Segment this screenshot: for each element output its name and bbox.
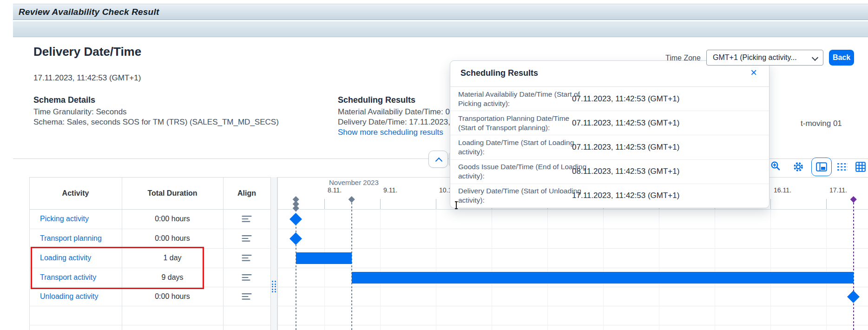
- dashed-rows-button[interactable]: [837, 163, 848, 171]
- zoom-in-icon: [770, 160, 781, 172]
- timeline-gridline: [547, 209, 548, 330]
- settings-button[interactable]: [792, 161, 804, 173]
- gantt-bar-loading-activity[interactable]: [296, 252, 352, 264]
- chart-row-separator: [277, 209, 868, 210]
- popup-row-label: Loading Date/Time (Start of Loadingactiv…: [458, 138, 588, 157]
- gantt-milestone-picking-activity[interactable]: [289, 213, 302, 225]
- collapse-panel-button[interactable]: [428, 151, 448, 168]
- align-icon: [242, 254, 252, 262]
- align-icon: [242, 215, 252, 223]
- table-column-border: [270, 177, 271, 330]
- timeline-gridline: [659, 209, 659, 330]
- timeline-day-label: 16.11.: [774, 186, 791, 194]
- column-header-activity: Activity: [29, 177, 122, 209]
- timeline-month-label: November 2023: [329, 178, 379, 186]
- chart-row-separator: [277, 287, 868, 287]
- timeline-tick: [770, 199, 771, 209]
- chart-row-separator: [277, 229, 868, 229]
- popup-rows: Material Availabiliy Date/Time (Start of…: [450, 87, 769, 208]
- popup-title: Scheduling Results: [460, 68, 538, 78]
- grid-view-button[interactable]: [855, 162, 866, 172]
- gantt-header-milestone-icon: [850, 196, 856, 202]
- gantt-activity-link-unloading-activity[interactable]: Unloading activity: [40, 287, 98, 306]
- popup-row-label: Material Availabiliy Date/Time (Start of…: [458, 90, 588, 108]
- chart-row-separator: [277, 268, 868, 268]
- timeline-day-label: 9.11.: [383, 186, 397, 194]
- align-icon: [242, 235, 252, 242]
- split-view-toggle-selected[interactable]: [811, 158, 832, 176]
- popup-row-label: Delivery Date/Time (Start of Unloadingac…: [458, 186, 588, 205]
- timeline-gridline: [826, 209, 827, 330]
- align-icon: [242, 293, 252, 300]
- zoom-in-button[interactable]: [770, 160, 781, 172]
- split-view-icon: [816, 162, 827, 172]
- align-button-unloading-activity[interactable]: [223, 287, 270, 306]
- time-zone-select[interactable]: GMT+1 (Picking activity...: [706, 50, 823, 66]
- back-button[interactable]: Back: [829, 50, 854, 66]
- gantt-milestone-unloading-activity[interactable]: [847, 290, 860, 303]
- popup-row-value: 07.11.2023, 11:42:53 (GMT+1): [572, 119, 679, 128]
- gantt-guide-line: [351, 203, 352, 330]
- popup-row-value: 07.11.2023, 11:42:53 (GMT+1): [572, 143, 679, 152]
- align-icon: [242, 274, 252, 281]
- column-header-total-duration: Total Duration: [122, 177, 223, 209]
- chevron-up-icon: [435, 158, 443, 165]
- chart-row-separator: [277, 306, 868, 306]
- time-zone-value: GMT+1 (Picking activity...: [713, 53, 797, 62]
- align-button-picking-activity[interactable]: [223, 209, 270, 228]
- gantt-bar-transport-activity[interactable]: [352, 272, 854, 284]
- align-button-loading-activity[interactable]: [223, 248, 270, 267]
- timeline-tick: [324, 199, 325, 209]
- gantt-milestone-transport-planning[interactable]: [289, 232, 302, 245]
- close-icon[interactable]: ×: [750, 66, 757, 79]
- chart-row-separator: [277, 248, 868, 249]
- popup-row-label: Transportation Planning Date/Time(Start …: [458, 114, 588, 132]
- time-zone-label: Time Zone: [665, 54, 701, 62]
- gantt-header-milestone-icon: [349, 196, 355, 202]
- popup-row-value: 08.11.2023, 11:42:53 (GMT+1): [572, 167, 679, 176]
- timeline-gridline: [603, 209, 604, 330]
- timeline-day-label: 8.11.: [328, 186, 342, 194]
- column-header-align: Align: [223, 177, 270, 209]
- align-button-transport-planning[interactable]: [223, 229, 270, 248]
- timeline-gridline: [380, 209, 381, 330]
- timeline-day-label: 17.11.: [829, 186, 847, 194]
- dashed-rows-icon: [837, 163, 848, 171]
- scheduling-results-popup: Scheduling Results × Material Availabili…: [450, 60, 769, 208]
- gantt-activity-link-picking-activity[interactable]: Picking activity: [40, 209, 89, 228]
- timeline-gridline: [324, 209, 325, 330]
- grid-icon: [855, 162, 866, 172]
- timeline-gridline: [770, 209, 771, 330]
- table-row-separator: [29, 306, 270, 306]
- timeline-gridline: [492, 209, 492, 330]
- gantt-duration-transport-planning: 0:00 hours: [122, 229, 223, 248]
- popup-row: Material Availabiliy Date/Time (Start of…: [450, 87, 769, 111]
- gear-icon: [792, 161, 804, 173]
- gantt-duration-picking-activity: 0:00 hours: [122, 209, 223, 228]
- popup-row: Delivery Date/Time (Start of Unloadingac…: [450, 184, 769, 208]
- popup-row-label: Goods Issue Date/Time (End of Loadingact…: [458, 162, 588, 181]
- text-cursor: [456, 202, 457, 209]
- highlight-box: [31, 247, 204, 289]
- popup-row-value: 17.11.2023, 11:42:53 (GMT+1): [572, 191, 679, 200]
- review-availability-check-page: Review Availability Check Result Deliver…: [0, 0, 868, 330]
- popup-row: Loading Date/Time (Start of Loadingactiv…: [450, 135, 769, 159]
- gantt-guide-line: [853, 203, 854, 330]
- gantt-activity-link-transport-planning[interactable]: Transport planning: [40, 229, 102, 248]
- chart-row-separator: [277, 325, 868, 325]
- align-button-transport-activity[interactable]: [223, 268, 270, 287]
- popup-row: Goods Issue Date/Time (End of Loadingact…: [450, 159, 769, 184]
- timeline-gridline: [715, 209, 715, 330]
- timeline-tick: [380, 199, 381, 209]
- timeline-gridline: [436, 209, 436, 330]
- popup-row: Transportation Planning Date/Time(Start …: [450, 111, 769, 135]
- gantt-duration-unloading-activity: 0:00 hours: [122, 287, 223, 306]
- chart-left-border: [277, 177, 278, 330]
- timeline-tick: [826, 199, 827, 209]
- popup-row-value: 07.11.2023, 11:42:53 (GMT+1): [572, 94, 679, 104]
- timeline-tick: [436, 199, 436, 209]
- table-row-separator: [29, 325, 270, 325]
- chevron-down-icon: [812, 54, 818, 61]
- gantt-header-milestone-icon: [293, 205, 299, 211]
